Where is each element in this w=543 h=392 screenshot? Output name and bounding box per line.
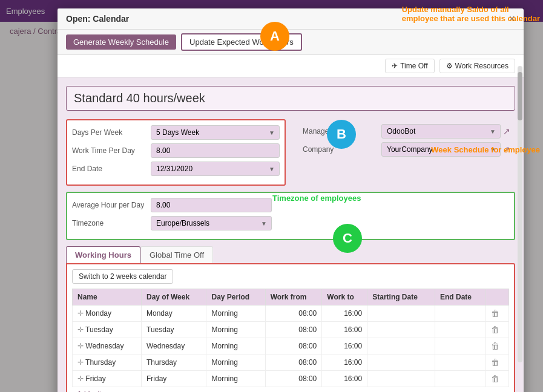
form-main-row: Days Per Week 5 Days Week Work Time Per … [66, 119, 515, 186]
cell-work-from: 08:00 [265, 338, 322, 354]
cell-delete: 🗑 [486, 322, 509, 338]
cell-name: ✛ Tuesday [73, 322, 142, 338]
th-work-to: Work to [322, 289, 367, 305]
cell-work-to: 16:00 [322, 305, 367, 322]
generate-weekly-schedule-button[interactable]: Generate Weekly Schedule [66, 34, 176, 50]
timezone-label: Timezone [72, 219, 151, 227]
company-external-link[interactable]: ↗ [503, 145, 510, 154]
drag-handle[interactable]: ✛ [77, 309, 84, 318]
cell-starting-date [367, 322, 435, 338]
tabs-bar: Working Hours Global Time Off [66, 246, 515, 263]
th-actions [486, 289, 509, 305]
cell-work-to: 16:00 [322, 354, 367, 371]
timezone-field: Timezone Europe/Brussels [72, 216, 509, 230]
modal-body: Days Per Week 5 Days Week Work Time Per … [58, 77, 524, 392]
avg-hour-section: Average Hour per Day Timezone Europe/Bru… [66, 192, 515, 240]
cell-end-date [435, 354, 486, 371]
delete-row-button[interactable]: 🗑 [491, 341, 499, 351]
time-off-button[interactable]: ✈ Time Off [385, 59, 434, 73]
th-name: Name [73, 289, 142, 305]
delete-row-button[interactable]: 🗑 [491, 358, 499, 367]
working-hours-table-section: Switch to 2 weeks calendar Name Day of W… [66, 263, 515, 392]
cell-work-from: 08:00 [265, 354, 322, 371]
cell-name: ✛ Thursday [73, 354, 142, 371]
cell-delete: 🗑 [486, 305, 509, 322]
avg-hour-field: Average Hour per Day [72, 198, 509, 212]
delete-row-button[interactable]: 🗑 [491, 309, 499, 318]
scrollbar-thumb[interactable] [518, 72, 522, 120]
tab-global-time-off[interactable]: Global Time Off [140, 246, 213, 263]
end-date-select[interactable]: 12/31/2020 [151, 162, 280, 176]
cell-day-period: Morning [206, 371, 265, 387]
cell-end-date [435, 371, 486, 387]
modal-close-button[interactable]: × [508, 13, 515, 24]
modal-header: Open: Calendar × [58, 8, 524, 30]
cell-starting-date [367, 371, 435, 387]
days-per-week-label: Days Per Week [72, 128, 151, 137]
work-resources-button[interactable]: ⚙ Work Resources [439, 59, 515, 73]
cell-name: ✛ Monday [73, 305, 142, 322]
table-row: ✛ Friday Friday Morning 08:00 16:00 🗑 [73, 371, 509, 387]
avg-hour-input[interactable] [151, 198, 272, 212]
cell-day-of-week: Friday [142, 371, 206, 387]
cell-starting-date [367, 338, 435, 354]
form-section-left: Days Per Week 5 Days Week Work Time Per … [66, 119, 286, 186]
cell-day-period: Morning [206, 354, 265, 371]
days-per-week-wrapper: 5 Days Week [151, 125, 280, 140]
cell-name: ✛ Wednesday [73, 338, 142, 354]
work-time-label: Work Time Per Day [72, 146, 151, 155]
cell-work-to: 16:00 [322, 371, 367, 387]
cell-end-date [435, 305, 486, 322]
calendar-modal: Open: Calendar × Generate Weekly Schedul… [58, 8, 524, 392]
cell-starting-date [367, 354, 435, 371]
badge-a: A [260, 22, 289, 51]
days-per-week-select[interactable]: 5 Days Week [151, 125, 280, 140]
delete-row-button[interactable]: 🗑 [491, 374, 499, 384]
drag-handle[interactable]: ✛ [77, 358, 84, 367]
add-line-button[interactable]: Add a line [72, 387, 114, 392]
th-starting-date: Starting Date [367, 289, 435, 305]
manager-wrapper: OdooBot [381, 124, 501, 139]
th-day-of-week: Day of Week [142, 289, 206, 305]
modal-scrollbar[interactable] [518, 66, 522, 362]
cell-day-of-week: Tuesday [142, 322, 206, 338]
company-wrapper: YourCompany [381, 142, 501, 157]
table-row: ✛ Tuesday Tuesday Morning 08:00 16:00 🗑 [73, 322, 509, 338]
table-row: ✛ Thursday Thursday Morning 08:00 16:00 … [73, 354, 509, 371]
cell-day-period: Morning [206, 322, 265, 338]
drag-handle[interactable]: ✛ [77, 374, 84, 383]
drag-handle[interactable]: ✛ [77, 342, 84, 350]
delete-row-button[interactable]: 🗑 [491, 325, 499, 335]
cell-work-to: 16:00 [322, 322, 367, 338]
tab-working-hours[interactable]: Working Hours [66, 246, 140, 263]
cell-day-of-week: Wednesday [142, 338, 206, 354]
cell-end-date [435, 338, 486, 354]
badge-b: B [327, 120, 356, 149]
cell-work-from: 08:00 [265, 322, 322, 338]
drag-handle[interactable]: ✛ [77, 325, 84, 334]
plane-icon: ✈ [392, 62, 398, 70]
cell-end-date [435, 322, 486, 338]
timezone-wrapper: Europe/Brussels [151, 216, 272, 230]
calendar-name-input[interactable] [66, 86, 515, 111]
end-date-label: End Date [72, 165, 151, 173]
work-time-input[interactable] [151, 143, 280, 158]
manager-external-link[interactable]: ↗ [503, 126, 510, 136]
manager-select[interactable]: OdooBot [381, 124, 501, 139]
switch-weeks-button[interactable]: Switch to 2 weeks calendar [72, 269, 173, 284]
work-time-field: Work Time Per Day [72, 143, 280, 158]
modal-title: Open: Calendar [66, 14, 129, 24]
work-resources-label: Work Resources [455, 62, 508, 70]
cell-name: ✛ Friday [73, 371, 142, 387]
th-day-period: Day Period [206, 289, 265, 305]
timezone-select[interactable]: Europe/Brussels [151, 216, 272, 230]
cell-day-period: Morning [206, 305, 265, 322]
days-per-week-field: Days Per Week 5 Days Week [72, 125, 280, 140]
company-select[interactable]: YourCompany [381, 142, 501, 157]
th-work-from: Work from [265, 289, 322, 305]
end-date-wrapper: 12/31/2020 [151, 162, 280, 176]
table-header: Name Day of Week Day Period Work from Wo… [73, 289, 509, 305]
table-row: ✛ Monday Monday Morning 08:00 16:00 🗑 [73, 305, 509, 322]
table-row: ✛ Wednesday Wednesday Morning 08:00 16:0… [73, 338, 509, 354]
badge-c: C [333, 224, 362, 253]
